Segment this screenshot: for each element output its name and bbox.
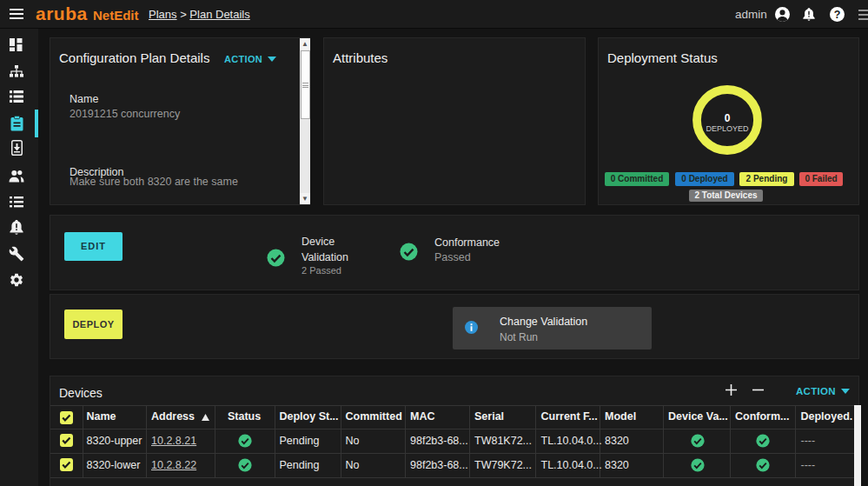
svg-text:DEPLOYED: DEPLOYED — [706, 124, 749, 133]
svg-text:0: 0 — [725, 112, 731, 124]
svg-text:?: ? — [833, 9, 840, 21]
